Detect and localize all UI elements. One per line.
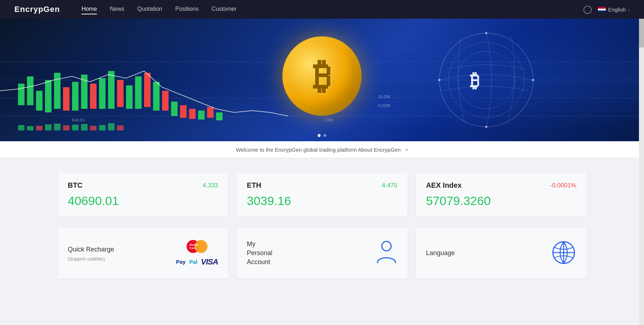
svg-rect-31 [18,125,24,130]
brand-logo[interactable]: EncrypGen [14,5,60,14]
welcome-bar: Welcome to the EncrypGen global trading … [0,141,644,158]
indicator-dot-1[interactable] [318,134,321,137]
quick-recharge-subtitle: (Support usdt/btc) [68,256,114,262]
bitcoin-coin: ₿ [282,36,362,116]
svg-rect-28 [198,111,205,120]
eth-change: 4.475 [382,182,397,189]
language-content: Language [426,249,455,258]
aex-card-header: AEX Index -0.0001% [426,181,576,190]
svg-rect-16 [90,84,97,109]
svg-text:Feb 03: Feb 03 [72,118,84,122]
scrollbar-thumb[interactable] [639,19,644,48]
svg-text:10.00K: 10.00K [378,94,391,99]
language-selector[interactable]: English › [598,6,630,13]
eth-card-header: ETH 4.475 [247,181,397,190]
svg-rect-34 [45,124,52,130]
svg-rect-8 [18,84,24,105]
user-icon[interactable]: ◯ [583,5,592,14]
svg-rect-14 [72,82,79,111]
svg-rect-42 [117,125,124,130]
nav-item-customer[interactable]: Customer [211,4,236,14]
nav-item-positions[interactable]: Positions [175,4,198,14]
svg-rect-36 [63,125,70,130]
btc-value: 40690.01 [68,194,218,208]
flag-icon [598,7,606,12]
svg-rect-13 [63,87,70,111]
quick-recharge-content: Quick Recharge (Support usdt/btc) [68,245,114,262]
svg-rect-25 [171,102,178,116]
hero-banner: Feb 03 700K 10.00K 5.028K [0,19,644,141]
svg-rect-33 [36,126,43,130]
svg-rect-38 [81,124,88,130]
svg-rect-9 [27,76,33,105]
aex-value: 57079.3260 [426,194,576,208]
price-card-eth[interactable]: ETH 4.475 3039.16 [237,173,407,217]
svg-point-51 [382,241,391,251]
navbar-right: ◯ English › [583,5,630,14]
btc-card-header: BTC 4.333 [68,181,218,190]
payment-row: PayPal VISA [176,257,218,267]
nav-item-news[interactable]: News [110,4,124,14]
svg-rect-21 [135,76,142,109]
paypal-text: Pay [176,259,186,265]
svg-rect-17 [99,78,106,109]
svg-rect-41 [108,123,115,130]
price-cards: BTC 4.333 40690.01 ETH 4.475 3039.16 AEX… [58,173,586,217]
welcome-text: Welcome to the EncrypGen global trading … [236,147,401,153]
quick-recharge-title: Quick Recharge [68,245,114,254]
action-cards: Quick Recharge (Support usdt/btc) Master… [58,228,586,279]
hero-indicators [318,134,326,137]
payment-icons: MasterCard PayPal VISA [176,240,218,267]
btc-change: 4.333 [203,182,218,189]
language-title: Language [426,249,455,258]
nav-item-home[interactable]: Home [81,4,97,14]
language-card[interactable]: Language [416,228,586,279]
svg-rect-40 [99,125,106,130]
personal-account-content: MyPersonalAccount [247,240,272,267]
mastercard-right-circle [194,240,207,253]
svg-rect-23 [153,82,160,111]
svg-rect-19 [117,80,124,107]
svg-point-49 [438,79,440,81]
main-content: BTC 4.333 40690.01 ETH 4.475 3039.16 AEX… [0,158,644,293]
price-card-aex[interactable]: AEX Index -0.0001% 57079.3260 [416,173,586,217]
svg-point-48 [532,79,534,81]
svg-text:700K: 700K [324,118,334,122]
svg-rect-18 [108,71,115,109]
visa-text: VISA [201,257,218,267]
welcome-chevron[interactable]: » [405,146,408,153]
svg-point-50 [485,126,487,128]
svg-rect-27 [189,109,196,119]
chevron-right-icon: › [628,7,630,12]
aex-ticker: AEX Index [426,181,462,190]
svg-rect-37 [72,125,79,130]
person-icon [376,240,397,266]
svg-rect-11 [45,80,52,112]
svg-rect-30 [216,112,223,120]
nav-item-quotation[interactable]: Quotation [137,4,162,14]
aex-change: -0.0001% [550,182,576,189]
svg-rect-29 [207,107,214,118]
price-card-btc[interactable]: BTC 4.333 40690.01 [58,173,228,217]
my-personal-account-card[interactable]: MyPersonalAccount [237,228,407,279]
svg-rect-39 [90,126,97,130]
globe-icon [551,240,576,267]
svg-rect-20 [126,85,133,109]
btc-ticker: BTC [68,181,82,190]
svg-rect-10 [36,91,43,111]
eth-value: 3039.16 [247,194,397,208]
paypal-pal: Pal [189,259,197,265]
scrollbar-track [639,19,644,293]
personal-account-title: MyPersonalAccount [247,240,272,267]
svg-point-47 [485,32,487,34]
nav-menu: Home News Quotation Positions Customer [81,4,583,14]
indicator-dot-2[interactable] [323,134,326,137]
svg-rect-35 [54,124,61,130]
language-label: English [608,6,626,13]
svg-rect-32 [27,126,33,130]
svg-rect-12 [54,73,61,109]
svg-rect-22 [144,73,151,107]
svg-text:₿: ₿ [470,70,479,91]
svg-rect-24 [162,91,169,111]
quick-recharge-card[interactable]: Quick Recharge (Support usdt/btc) Master… [58,228,228,279]
